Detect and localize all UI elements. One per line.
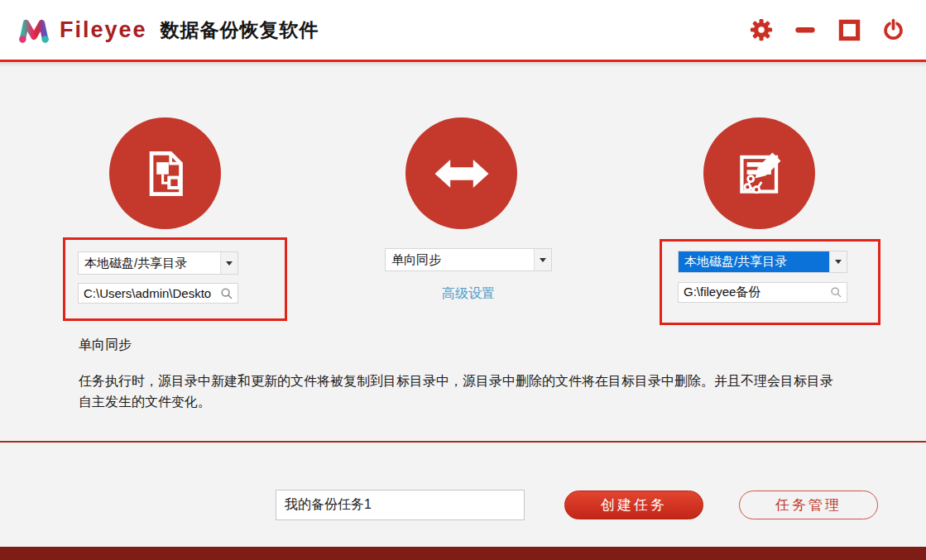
search-icon[interactable]: [830, 286, 842, 299]
sync-description-line1: 任务执行时，源目录中新建和更新的文件将被复制到目标目录中，源目录中删除的文件将在…: [79, 371, 833, 391]
header-shadow: [0, 62, 926, 67]
sync-description: 任务执行时，源目录中新建和更新的文件将被复制到目标目录中，源目录中删除的文件将在…: [79, 371, 833, 412]
sync-mode-select[interactable]: 单向同步: [385, 248, 552, 271]
power-button[interactable]: [880, 17, 906, 43]
section-divider: [0, 441, 926, 443]
product-title: 数据备份恢复软件: [161, 17, 319, 43]
edit-document-icon: [729, 143, 790, 204]
window-controls: [748, 17, 906, 43]
advanced-settings-link[interactable]: 高级设置: [385, 285, 552, 303]
create-task-button[interactable]: 创建任务: [564, 491, 703, 519]
app-logo-m: [17, 12, 51, 47]
search-icon[interactable]: [220, 287, 233, 300]
minimize-button[interactable]: [792, 17, 818, 43]
dropdown-arrow-icon: [226, 261, 233, 266]
sync-mode-dropdown-button[interactable]: [534, 249, 551, 270]
sync-arrow-icon: [429, 141, 494, 206]
target-step-circle: [703, 117, 815, 229]
target-path-input[interactable]: [679, 285, 830, 299]
source-type-dropdown-button[interactable]: [220, 252, 237, 274]
power-icon: [881, 18, 905, 42]
source-type-value: 本地磁盘/共享目录: [79, 252, 220, 274]
maximize-icon: [838, 19, 861, 41]
source-type-select[interactable]: 本地磁盘/共享目录: [78, 251, 238, 275]
logo-dot-right: [41, 36, 48, 42]
source-file-icon: [135, 143, 196, 204]
settings-button[interactable]: [748, 17, 775, 43]
gear-icon: [749, 17, 774, 42]
maximize-button[interactable]: [836, 17, 862, 43]
source-path-input[interactable]: [79, 286, 220, 300]
dropdown-arrow-icon: [835, 260, 842, 264]
task-manage-button[interactable]: 任务管理: [739, 491, 878, 519]
dropdown-arrow-icon: [540, 258, 546, 262]
source-step-circle: [109, 117, 221, 229]
sync-mode-label: 单向同步: [79, 337, 132, 354]
source-highlight-box: [63, 237, 287, 321]
target-type-value: 本地磁盘/共享目录: [679, 251, 829, 272]
sync-mode-value: 单向同步: [386, 249, 534, 270]
source-path-field: [78, 283, 238, 304]
task-name-input[interactable]: [276, 490, 525, 520]
bottom-accent-bar: [0, 547, 926, 560]
title-bar: Fileyee 数据备份恢复软件: [0, 0, 926, 60]
target-type-select[interactable]: 本地磁盘/共享目录: [678, 251, 847, 273]
logo-dot-left: [19, 36, 26, 42]
sync-description-line2: 自主发生的文件变化。: [79, 391, 833, 412]
app-window: Fileyee 数据备份恢复软件: [0, 0, 926, 560]
brand-name: Fileyee: [60, 17, 147, 43]
minimize-icon: [794, 18, 817, 41]
sync-step-circle: [405, 117, 517, 229]
target-type-dropdown-button[interactable]: [829, 251, 847, 272]
target-path-field: [678, 282, 847, 303]
